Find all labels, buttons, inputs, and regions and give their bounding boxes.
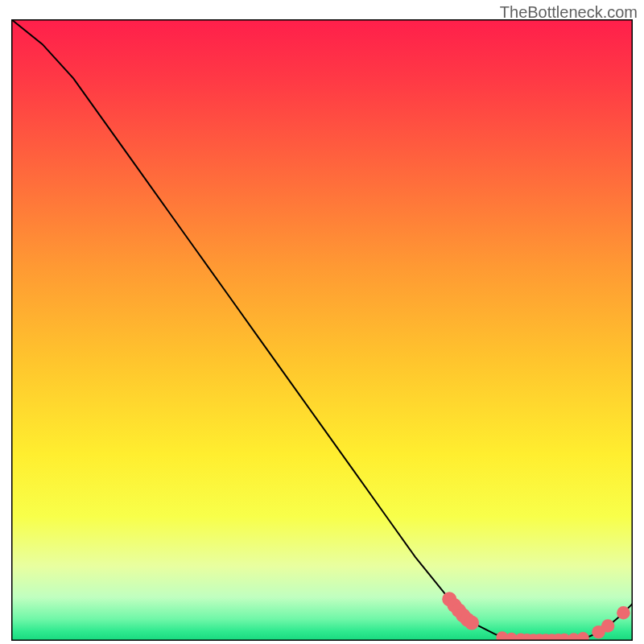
gradient-background: [11, 19, 633, 641]
data-marker: [464, 616, 479, 630]
watermark-text: TheBottleneck.com: [500, 3, 638, 22]
data-marker: [601, 619, 615, 633]
chart-container: TheBottleneck.com: [0, 0, 644, 644]
data-marker: [617, 606, 630, 620]
gradient-plot: [11, 19, 633, 641]
